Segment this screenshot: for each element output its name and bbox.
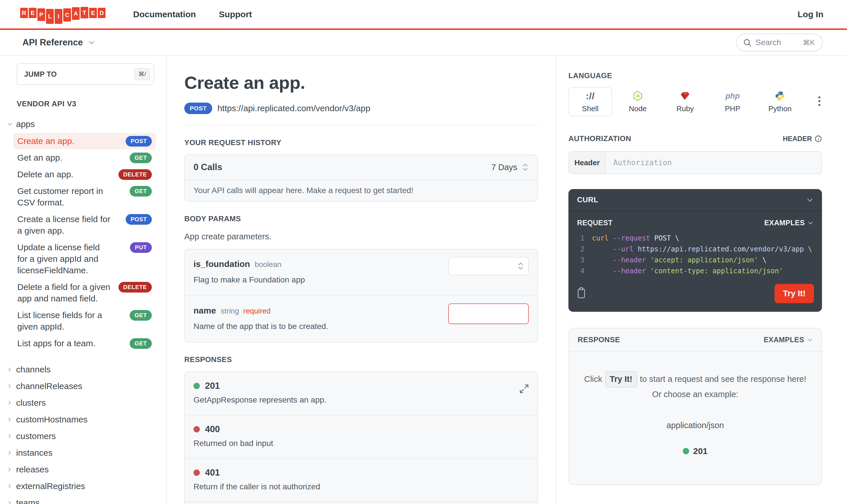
response-row-401[interactable]: 401 Return if the caller is not authoriz…	[185, 458, 537, 502]
sidebar-group-apps[interactable]: apps	[7, 119, 166, 129]
search-input[interactable]	[756, 38, 799, 47]
param-type: boolean	[255, 260, 281, 269]
response-title: RESPONSE	[578, 335, 620, 344]
authorization-input[interactable]	[606, 152, 822, 174]
search-icon	[743, 38, 752, 47]
method-badge-get: GET	[130, 310, 152, 321]
example-status[interactable]: 201	[582, 444, 808, 458]
sidebar-item-get-customer-report[interactable]: Get customer report in CSV format. GET	[13, 183, 156, 211]
sidebar-section-title: VENDOR API V3	[17, 100, 166, 108]
node-icon: JS	[632, 90, 643, 102]
sidebar-group-instances[interactable]: instances	[7, 445, 166, 461]
request-examples-row: REQUEST EXAMPLES	[568, 211, 822, 229]
sidebar-item-create-license-field[interactable]: Create a license field for a given app. …	[13, 211, 156, 239]
language-option-php[interactable]: php PHP	[711, 87, 755, 116]
response-panel: RESPONSE EXAMPLES ClickTry It!to start a…	[568, 328, 822, 485]
clipboard-icon	[577, 287, 586, 299]
sidebar-item-get-an-app[interactable]: Get an app. GET	[13, 150, 156, 166]
sidebar-item-delete-an-app[interactable]: Delete an app. DELETE	[13, 166, 156, 182]
response-row-400[interactable]: 400 Returned on bad input	[185, 415, 537, 458]
try-it-chip[interactable]: Try It!	[605, 371, 637, 387]
sidebar-item-delete-field[interactable]: Delete a field for a given app and named…	[13, 279, 156, 307]
info-icon	[814, 135, 822, 143]
search-shortcut: ⌘K	[803, 38, 815, 47]
sidebar-group-label: customHostnames	[16, 415, 87, 425]
language-option-node[interactable]: JS Node	[616, 87, 659, 116]
language-label: Node	[629, 104, 647, 113]
nav-link-support[interactable]: Support	[219, 10, 252, 19]
chevron-down-icon	[88, 39, 95, 46]
expand-icon[interactable]	[518, 383, 530, 396]
response-row-201[interactable]: 201 GetAppResponse represents an app.	[185, 372, 537, 415]
top-navigation-bar: R E P L I C A T E D Documentation Suppor…	[0, 0, 847, 30]
responses-heading: RESPONSES	[184, 355, 538, 364]
endpoint-label: Create an app.	[17, 135, 74, 147]
try-it-button[interactable]: Try It!	[775, 284, 814, 303]
search-box[interactable]: ⌘K	[736, 34, 823, 51]
response-row-403[interactable]: 403 Returned if the caller does not have…	[185, 502, 537, 504]
history-range-value: 7 Days	[491, 163, 517, 172]
curl-title: CURL	[577, 195, 598, 204]
sidebar-item-update-license-field[interactable]: Update a license field for a given appId…	[13, 239, 156, 278]
sidebar-group-label: channels	[16, 365, 51, 374]
endpoint-label: List license fields for a given appId.	[17, 309, 112, 332]
language-option-python[interactable]: Python	[758, 87, 802, 116]
sidebar-group-externalregistries[interactable]: externalRegistries	[7, 478, 166, 494]
kebab-icon	[818, 95, 821, 107]
curl-request-panel: CURL REQUEST EXAMPLES 1curl --request PO…	[568, 189, 822, 312]
hint-suffix: to start a request and see the response …	[640, 374, 807, 383]
sidebar-group-customers[interactable]: customers	[7, 428, 166, 445]
curl-panel-header[interactable]: CURL	[568, 189, 822, 211]
response-hint-line: ClickTry It!to start a request and see t…	[582, 371, 808, 387]
name-param-input[interactable]	[448, 303, 529, 324]
replicated-logo[interactable]: R E P L I C A T E D	[20, 4, 106, 24]
param-name: is_foundation	[194, 259, 250, 269]
chevron-right-icon	[7, 450, 12, 455]
request-examples-dropdown[interactable]: EXAMPLES	[764, 219, 813, 227]
sidebar-item-list-apps[interactable]: List apps for a team. GET	[13, 335, 156, 352]
code-token: \	[758, 255, 766, 266]
nav-link-documentation[interactable]: Documentation	[133, 10, 196, 19]
response-examples-dropdown[interactable]: EXAMPLES	[764, 336, 813, 344]
status-dot-success	[194, 383, 200, 389]
sidebar-group-releases[interactable]: releases	[7, 461, 166, 478]
jump-to-input[interactable]	[24, 70, 110, 78]
sidebar-group-channels[interactable]: channels	[7, 361, 166, 378]
logo-tile: L	[46, 9, 54, 24]
code-token	[592, 266, 613, 276]
code-line: 1curl --request POST \	[575, 233, 813, 244]
response-code-line: 400	[194, 424, 529, 434]
endpoint-label: Create a license field for a given app.	[17, 214, 112, 236]
language-option-shell[interactable]: :// Shell	[568, 87, 612, 116]
response-panel-header: RESPONSE EXAMPLES	[569, 328, 822, 352]
logo-tile: C	[63, 8, 71, 21]
more-languages-button[interactable]	[817, 94, 822, 109]
sidebar-group-customhostnames[interactable]: customHostnames	[7, 411, 166, 428]
content-row: ⌘/ VENDOR API V3 apps Create an app. POS…	[0, 56, 847, 504]
param-name: name	[194, 306, 216, 315]
copy-code-button[interactable]	[577, 287, 586, 300]
endpoint-doc-main: Create an app. POST https://api.replicat…	[167, 56, 556, 504]
sidebar-group-clusters[interactable]: clusters	[7, 395, 166, 411]
curl-code-block[interactable]: 1curl --request POST \ 2 --url https://a…	[568, 229, 822, 277]
login-link[interactable]: Log In	[797, 10, 824, 19]
shell-icon: ://	[586, 91, 595, 102]
is-foundation-select[interactable]	[448, 257, 529, 275]
example-content-type[interactable]: application/json	[582, 418, 808, 432]
sidebar-group-teams[interactable]: teams	[7, 494, 166, 504]
api-reference-dropdown[interactable]: API Reference	[22, 37, 95, 48]
authorization-type[interactable]: HEADER	[783, 135, 822, 143]
line-number: 1	[575, 233, 584, 244]
sidebar-item-list-license-fields[interactable]: List license fields for a given appId. G…	[13, 307, 156, 335]
language-option-ruby[interactable]: Ruby	[663, 87, 707, 116]
sidebar-group-channelreleases[interactable]: channelReleases	[7, 378, 166, 395]
request-history-summary-row: 0 Calls 7 Days	[185, 155, 537, 180]
sidebar-item-create-an-app[interactable]: Create an app. POST	[13, 133, 156, 149]
sidebar-group-label: channelReleases	[16, 381, 82, 391]
api-reference-page: R E P L I C A T E D Documentation Suppor…	[0, 0, 847, 504]
param-required-flag: required	[243, 307, 270, 315]
jump-to-box[interactable]: ⌘/	[17, 63, 154, 85]
status-dot-error	[194, 426, 200, 432]
history-range-selector[interactable]: 7 Days	[491, 163, 529, 172]
sidebar-group-label: teams	[16, 498, 40, 504]
